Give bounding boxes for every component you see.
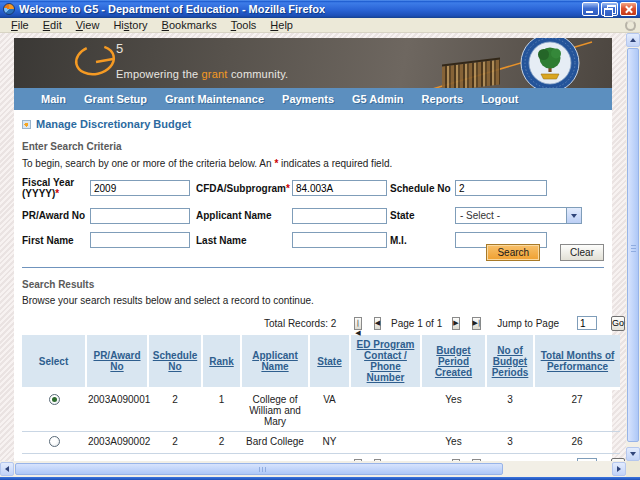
scroll-left-button[interactable] [0, 462, 14, 476]
nav-item-reports[interactable]: Reports [413, 93, 473, 105]
column-header-state[interactable]: State [309, 335, 350, 389]
cell-schedule-no: 2 [148, 389, 202, 432]
column-header-rank[interactable]: Rank [202, 335, 241, 389]
row-select-radio[interactable] [49, 394, 60, 405]
prev-page-button-top[interactable]: ◀ [374, 317, 381, 330]
field-control-state: - Select - [455, 207, 604, 224]
schedule-no-input[interactable] [455, 180, 547, 196]
menu-view[interactable]: View [69, 18, 107, 32]
jump-to-page-input-top[interactable] [577, 316, 597, 330]
tagline-grant: grant [202, 68, 228, 80]
horizontal-scrollbar[interactable] [0, 461, 626, 477]
cell-total-months-of-performance: 27 [534, 389, 620, 432]
nav-item-main[interactable]: Main [32, 93, 75, 105]
nav-item-grant-setup[interactable]: Grant Setup [75, 93, 156, 105]
column-header-no-of-budget-periods[interactable]: No of Budget Periods [486, 335, 534, 389]
cell-budget-period-created: Yes [421, 432, 486, 454]
tagline-post: community. [228, 68, 289, 80]
scrollbar-corner [626, 461, 640, 477]
row-select-radio[interactable] [49, 436, 60, 447]
results-table: SelectPR/Award NoSchedule NoRankApplican… [22, 335, 620, 454]
g5-banner: 5 Empowering the grant community. [14, 38, 612, 88]
menu-edit[interactable]: Edit [36, 18, 69, 32]
section-divider [22, 267, 604, 268]
clear-button[interactable]: Clear [560, 244, 604, 261]
cell-ed-program-contact-phone-number [350, 432, 421, 454]
column-header-label: State [317, 356, 341, 367]
nav-item-grant-maintenance[interactable]: Grant Maintenance [156, 93, 273, 105]
field-label-pr-award-no: PR/Award No [22, 210, 90, 221]
menu-file[interactable]: File [4, 18, 36, 32]
column-header-ed-program-contact-phone-number[interactable]: ED Program Contact / Phone Number [350, 335, 421, 389]
field-control-schedule-no [455, 180, 604, 196]
fiscal-year-input[interactable] [90, 180, 190, 196]
department-of-education-seal [520, 38, 580, 88]
page-viewport: 5 Empowering the grant community. MainGr… [0, 33, 640, 477]
results-instructions: Browse your search results below and sel… [22, 295, 604, 306]
select-cell [22, 389, 86, 432]
last-page-button-top[interactable]: ▶| [472, 317, 482, 330]
pr-award-no-input[interactable] [90, 208, 190, 224]
next-page-button-top[interactable]: ▶ [452, 317, 459, 330]
field-label-mi: M.I. [390, 235, 455, 246]
arrow-up-icon [630, 38, 636, 42]
menu-bookmarks[interactable]: Bookmarks [155, 18, 224, 32]
column-header-pr-award-no[interactable]: PR/Award No [86, 335, 148, 389]
cell-pr-award-no: 2003A090001 [86, 389, 148, 432]
chevron-down-icon [566, 208, 581, 223]
state-select[interactable]: - Select - [455, 207, 582, 224]
nav-item-payments[interactable]: Payments [273, 93, 343, 105]
scroll-down-button[interactable] [626, 447, 640, 461]
go-button-top[interactable]: Go [611, 316, 625, 331]
first-name-input[interactable] [90, 232, 190, 248]
scroll-right-button[interactable] [612, 462, 626, 476]
nav-item-g5-admin[interactable]: G5 Admin [343, 93, 413, 105]
title-bar: Welcome to G5 - Department of Education … [0, 0, 640, 18]
first-page-button-top[interactable]: |◀ [354, 317, 361, 330]
applicant-name-input[interactable] [292, 208, 387, 224]
last-name-input[interactable] [292, 232, 387, 248]
state-selected-value: - Select - [460, 210, 500, 221]
vertical-scroll-thumb[interactable] [627, 48, 639, 442]
cell-pr-award-no: 2003A090002 [86, 432, 148, 454]
cell-applicant-name: College of William and Mary [241, 389, 309, 432]
arrow-down-icon [630, 452, 636, 456]
close-button[interactable] [620, 2, 637, 16]
field-control-last-name [292, 232, 390, 248]
column-header-total-months-of-performance[interactable]: Total Months of Performance [534, 335, 620, 389]
page-title: Manage Discretionary Budget [36, 118, 191, 130]
column-header-schedule-no[interactable]: Schedule No [148, 335, 202, 389]
instructions-pre: To begin, search by one or more of the c… [22, 158, 274, 169]
menu-tools[interactable]: Tools [224, 18, 264, 32]
cell-state: VA [309, 389, 350, 432]
column-header-applicant-name[interactable]: Applicant Name [241, 335, 309, 389]
field-label-fiscal-year: Fiscal Year(YYYY)* [22, 177, 90, 199]
column-header-label: Schedule No [153, 350, 197, 372]
cell-schedule-no: 2 [148, 432, 202, 454]
column-header-label: Rank [209, 356, 233, 367]
restore-button[interactable] [601, 2, 618, 16]
column-header-label: Budget Period Created [435, 345, 472, 378]
field-label-schedule-no: Schedule No [390, 183, 455, 194]
column-header-budget-period-created[interactable]: Budget Period Created [421, 335, 486, 389]
required-star: * [286, 183, 290, 194]
menu-help[interactable]: Help [263, 18, 300, 32]
scroll-up-button[interactable] [626, 33, 640, 47]
tagline-pre: Empowering the [116, 68, 202, 80]
menu-history[interactable]: History [106, 18, 154, 32]
instructions-post: indicates a required field. [278, 158, 392, 169]
arrow-left-icon [5, 466, 9, 472]
cfda-subprogram-input[interactable] [292, 180, 387, 196]
table-row: 2003A09000121College of William and Mary… [22, 389, 620, 432]
required-star: * [55, 188, 59, 199]
browser-window: Welcome to G5 - Department of Education … [0, 0, 640, 480]
horizontal-scroll-thumb[interactable] [15, 463, 503, 475]
field-control-fiscal-year [90, 180, 196, 196]
nav-item-logout[interactable]: Logout [472, 93, 527, 105]
vertical-scrollbar[interactable] [626, 33, 640, 461]
minimize-button[interactable] [582, 2, 599, 16]
search-button[interactable]: Search [486, 244, 540, 261]
search-results-heading: Search Results [22, 279, 604, 290]
cell-budget-period-created: Yes [421, 389, 486, 432]
column-header-label: PR/Award No [93, 350, 140, 372]
